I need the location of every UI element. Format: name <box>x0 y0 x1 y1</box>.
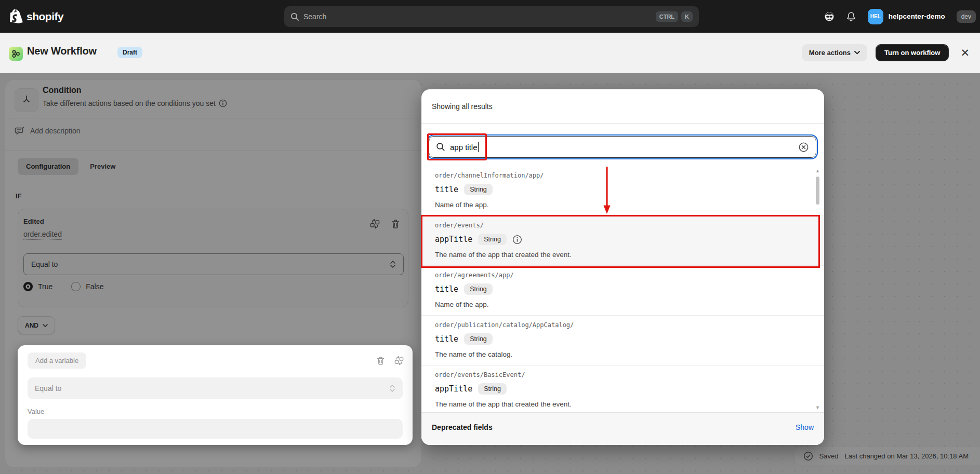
active-rule-card: Add a variable Equal to Value <box>18 345 413 445</box>
replace-variable-icon[interactable] <box>394 356 404 366</box>
select-chevrons-icon <box>389 384 395 393</box>
deprecated-fields-label: Deprecated fields <box>432 423 493 431</box>
variable-picker-title: Showing all results <box>421 89 824 124</box>
shortcut-ctrl-key: CTRL <box>656 11 678 22</box>
page-title: New Workflow <box>27 45 97 57</box>
variable-description: Name of the app. <box>435 300 811 309</box>
variable-search-input[interactable]: app title <box>429 136 816 158</box>
scroll-down-icon[interactable]: ▼ <box>815 405 820 410</box>
variable-path: order/events/BasicEvent/ <box>435 371 811 379</box>
variable-name-row: title String <box>435 332 811 346</box>
variable-description: Name of the app. <box>435 200 811 209</box>
account-avatar: HEL <box>868 9 883 24</box>
variable-name: appTitle <box>435 235 472 244</box>
variable-name-row: appTitle String <box>435 382 811 396</box>
search-icon <box>436 142 445 152</box>
shopify-bag-icon <box>10 9 23 24</box>
variable-path: order/agreements/app/ <box>435 272 811 279</box>
dev-environment-badge: dev <box>957 10 976 23</box>
delete-rule-icon[interactable] <box>375 356 386 366</box>
scrollbar-thumb[interactable] <box>816 177 819 205</box>
variable-name: appTitle <box>435 384 472 394</box>
workflow-icon <box>9 47 23 61</box>
clear-search-icon[interactable] <box>798 142 809 153</box>
info-icon[interactable] <box>512 235 522 245</box>
search-icon <box>290 12 299 21</box>
operator-select-disabled[interactable]: Equal to <box>28 377 403 399</box>
turn-on-workflow-button[interactable]: Turn on workflow <box>876 44 949 61</box>
variable-type-badge: String <box>478 234 507 245</box>
add-variable-button[interactable]: Add a variable <box>28 353 86 369</box>
variable-description: The name of the app that created the eve… <box>435 250 811 259</box>
show-deprecated-link[interactable]: Show <box>796 423 814 431</box>
text-cursor <box>478 142 479 152</box>
scroll-up-icon[interactable]: ▲ <box>815 168 820 173</box>
close-icon[interactable]: ✕ <box>957 44 973 61</box>
sidekick-assistant-icon[interactable] <box>824 11 835 22</box>
topbar-right: HEL helpcenter-demo dev <box>824 0 980 33</box>
variable-result-row[interactable]: order/events/ appTitle String The name o… <box>421 215 824 265</box>
notifications-bell-icon[interactable] <box>846 11 856 22</box>
account-menu[interactable]: HEL helpcenter-demo <box>868 9 945 24</box>
variable-results-list: order/channelInformation/app/ title Stri… <box>421 166 824 412</box>
search-placeholder: Search <box>303 12 653 21</box>
chevron-down-icon <box>854 51 860 55</box>
store-name: helpcenter-demo <box>889 12 945 20</box>
variable-name: title <box>435 334 458 344</box>
shopify-wordmark: shopify <box>27 10 63 23</box>
variable-name-row: title String <box>435 282 811 296</box>
shopify-logo[interactable]: shopify <box>10 0 63 33</box>
variable-picker-footer: Deprecated fields Show <box>421 412 824 445</box>
variable-result-row[interactable]: order/channelInformation/app/ title Stri… <box>421 166 824 215</box>
variable-type-badge: String <box>464 184 493 195</box>
active-card-actions <box>375 356 404 366</box>
value-label: Value <box>28 408 44 415</box>
variable-name: title <box>435 185 458 194</box>
workflow-editor-screen: shopify Search CTRL K HEL helpcenter-dem… <box>0 0 980 474</box>
variable-result-row[interactable]: order/events/BasicEvent/ appTitle String… <box>421 365 824 412</box>
draft-status-badge: Draft <box>117 47 142 58</box>
variable-picker-modal: Showing all results app title order/chan… <box>421 89 824 445</box>
variable-name-row: title String <box>435 182 811 197</box>
variable-description: The name of the app that created the eve… <box>435 400 811 409</box>
variable-path: order/events/ <box>435 222 811 229</box>
shortcut-k-key: K <box>681 11 693 22</box>
variable-name-row: appTitle String <box>435 232 811 247</box>
variable-result-row[interactable]: order/publication/catalog/AppCatalog/ ti… <box>421 315 824 365</box>
global-search-bar[interactable]: Search CTRL K <box>284 6 699 27</box>
variable-description: The name of the catalog. <box>435 350 811 359</box>
variable-name: title <box>435 285 458 294</box>
variable-type-badge: String <box>478 383 507 395</box>
search-query-text: app title <box>450 143 478 152</box>
variable-type-badge: String <box>464 333 493 345</box>
variable-path: order/publication/catalog/AppCatalog/ <box>435 321 811 329</box>
page-header: New Workflow Draft More actions Turn on … <box>0 33 980 73</box>
variable-result-row[interactable]: order/agreements/app/ title String Name … <box>421 265 824 315</box>
topbar: shopify Search CTRL K HEL helpcenter-dem… <box>0 0 980 33</box>
variable-path: order/channelInformation/app/ <box>435 172 811 180</box>
scrollbar[interactable]: ▲ ▼ <box>815 168 821 410</box>
header-actions: More actions Turn on workflow ✕ <box>802 44 973 61</box>
variable-type-badge: String <box>464 283 493 295</box>
more-actions-button[interactable]: More actions <box>802 44 867 61</box>
value-input[interactable] <box>28 419 403 439</box>
